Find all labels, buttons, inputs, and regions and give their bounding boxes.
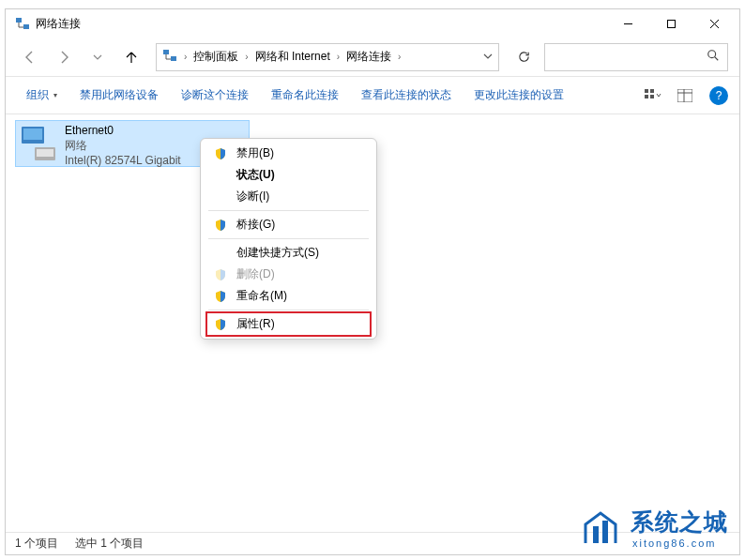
menu-item-rename[interactable]: 重命名(M) xyxy=(201,285,376,307)
window-title: 网络连接 xyxy=(36,16,81,32)
view-details-button[interactable] xyxy=(672,83,698,108)
address-bar[interactable]: › 控制面板 › 网络和 Internet › 网络连接 › xyxy=(156,43,499,71)
forward-button[interactable] xyxy=(51,44,77,70)
shield-icon xyxy=(214,219,227,232)
search-icon[interactable] xyxy=(707,49,720,66)
watermark-url: xitong86.com xyxy=(632,537,728,549)
breadcrumb[interactable]: 网络和 Internet xyxy=(255,49,330,65)
search-field[interactable] xyxy=(553,50,707,65)
svg-point-8 xyxy=(708,50,716,57)
menu-item-delete: 删除(D) xyxy=(201,264,376,285)
svg-rect-3 xyxy=(667,20,675,27)
menu-item-disable[interactable]: 禁用(B) xyxy=(201,143,376,164)
svg-rect-18 xyxy=(23,129,42,140)
connection-icon xyxy=(18,123,59,164)
item-count: 1 个项目 xyxy=(15,536,58,552)
chevron-right-icon[interactable]: › xyxy=(181,52,190,62)
selection-count: 选中 1 个项目 xyxy=(75,536,144,552)
toolbar-disable-device[interactable]: 禁用此网络设备 xyxy=(70,83,168,107)
svg-rect-12 xyxy=(645,95,648,98)
breadcrumb[interactable]: 控制面板 xyxy=(193,49,238,65)
menu-item-status[interactable]: 状态(U) xyxy=(201,164,376,186)
menu-item-properties[interactable]: 属性(R) xyxy=(201,313,376,335)
menu-item-bridge[interactable]: 桥接(G) xyxy=(201,214,376,235)
shield-icon xyxy=(214,318,227,331)
svg-rect-0 xyxy=(16,18,22,23)
watermark-logo-icon xyxy=(580,507,621,549)
connection-status: 网络 xyxy=(65,138,181,153)
toolbar-view-status[interactable]: 查看此连接的状态 xyxy=(352,83,461,107)
svg-rect-20 xyxy=(37,149,53,157)
maximize-button[interactable] xyxy=(649,9,692,38)
menu-item-create-shortcut[interactable]: 创建快捷方式(S) xyxy=(201,242,376,264)
menu-item-diagnose[interactable]: 诊断(I) xyxy=(201,186,376,207)
toolbar-diagnose[interactable]: 诊断这个连接 xyxy=(172,83,258,107)
svg-rect-11 xyxy=(650,89,654,93)
svg-rect-21 xyxy=(593,526,599,543)
address-dropdown-icon[interactable] xyxy=(483,51,493,64)
address-icon xyxy=(162,48,177,66)
help-button[interactable]: ? xyxy=(709,86,728,105)
svg-rect-6 xyxy=(163,50,169,54)
chevron-right-icon[interactable]: › xyxy=(395,52,403,62)
shield-icon xyxy=(214,268,227,281)
toolbar-change-settings[interactable]: 更改此连接的设置 xyxy=(464,83,573,107)
menu-separator xyxy=(208,238,369,239)
chevron-right-icon[interactable]: › xyxy=(242,52,251,62)
view-large-icons-button[interactable] xyxy=(640,83,666,108)
titlebar: 网络连接 xyxy=(6,9,739,38)
svg-rect-14 xyxy=(677,89,692,102)
minimize-button[interactable] xyxy=(606,9,649,38)
chevron-down-icon: ▾ xyxy=(53,91,57,99)
chevron-right-icon[interactable]: › xyxy=(334,52,342,62)
shield-icon xyxy=(214,290,227,303)
up-button[interactable] xyxy=(118,44,144,70)
context-menu: 禁用(B) 状态(U) 诊断(I) 桥接(G) 创建快捷方式(S) 删除(D) … xyxy=(200,138,377,340)
breadcrumb[interactable]: 网络连接 xyxy=(346,49,391,65)
navigation-bar: › 控制面板 › 网络和 Internet › 网络连接 › xyxy=(6,38,739,77)
search-input[interactable] xyxy=(544,43,728,71)
close-button[interactable] xyxy=(692,9,736,38)
svg-rect-13 xyxy=(650,95,654,98)
refresh-button[interactable] xyxy=(510,44,537,70)
toolbar: 组织▾ 禁用此网络设备 诊断这个连接 重命名此连接 查看此连接的状态 更改此连接… xyxy=(6,77,739,114)
svg-rect-7 xyxy=(171,56,176,61)
connection-text: Ethernet0 网络 Intel(R) 82574L Gigabit xyxy=(59,123,187,164)
toolbar-rename[interactable]: 重命名此连接 xyxy=(262,83,348,107)
shield-icon xyxy=(214,147,227,160)
menu-separator xyxy=(208,310,369,310)
svg-line-9 xyxy=(715,56,719,60)
toolbar-organize[interactable]: 组织▾ xyxy=(17,83,67,107)
app-icon xyxy=(15,16,30,31)
watermark-title: 系统之城 xyxy=(631,507,728,537)
svg-rect-1 xyxy=(23,24,29,29)
svg-rect-22 xyxy=(602,521,608,543)
recent-button[interactable] xyxy=(84,44,111,70)
back-button[interactable] xyxy=(17,44,43,70)
menu-separator xyxy=(208,210,369,211)
connection-device: Intel(R) 82574L Gigabit xyxy=(65,153,181,168)
watermark: 系统之城 xitong86.com xyxy=(580,507,728,549)
connection-name: Ethernet0 xyxy=(65,123,181,138)
svg-rect-10 xyxy=(645,89,648,93)
